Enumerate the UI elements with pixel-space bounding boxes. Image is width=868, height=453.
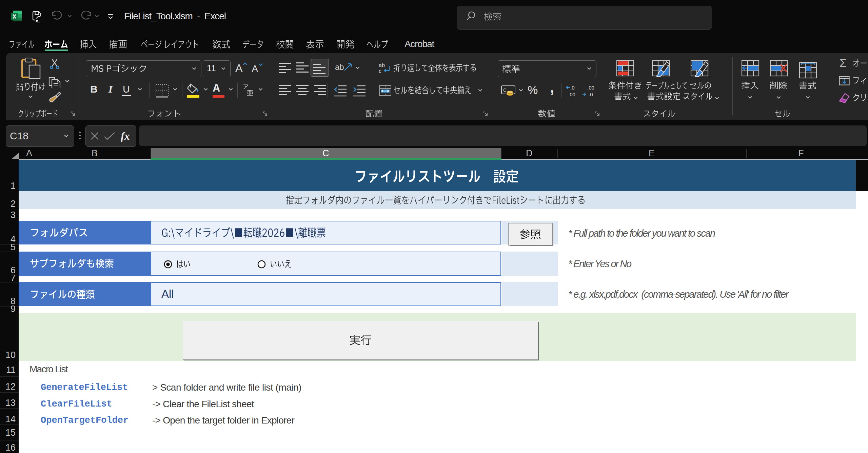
svg-text:.00: .00: [568, 92, 575, 97]
svg-text:.0: .0: [570, 85, 575, 91]
svg-text:ab: ab: [379, 62, 385, 68]
svg-text:c: c: [379, 68, 381, 74]
svg-text:.00: .00: [587, 85, 594, 91]
svg-text:.0: .0: [589, 92, 593, 97]
svg-text:C: C: [503, 87, 507, 93]
